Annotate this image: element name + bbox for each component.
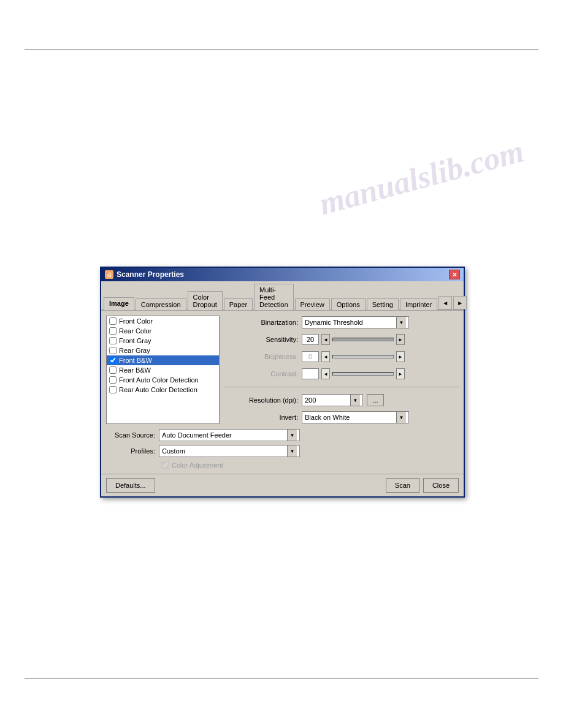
scan-source-value: Auto Document Feeder — [162, 431, 232, 439]
right-panel: Binarization: Dynamic Threshold ▼ Sensit… — [224, 316, 459, 424]
invert-label: Invert: — [224, 414, 298, 421]
brightness-track — [332, 355, 394, 358]
label-front-bw: Front B&W — [119, 357, 152, 364]
tab-imprinter[interactable]: Imprinter — [400, 298, 437, 310]
profiles-arrow[interactable]: ▼ — [287, 446, 297, 457]
resolution-value: 200 — [305, 396, 316, 404]
checkbox-front-auto[interactable] — [109, 376, 117, 384]
brightness-right-btn: ► — [396, 351, 405, 362]
brightness-slider-row: 0 ◄ ► — [302, 351, 405, 362]
checkbox-rear-color[interactable] — [109, 327, 117, 335]
checkbox-rear-gray[interactable] — [109, 347, 117, 354]
sensitivity-value: 20 — [302, 334, 319, 345]
image-type-list: Front Color Rear Color Front Gray Rear G… — [106, 316, 220, 424]
top-rule-line — [25, 49, 538, 50]
resolution-label: Resolution (dpi): — [224, 396, 298, 404]
binarization-arrow[interactable]: ▼ — [396, 317, 406, 328]
contrast-row: Contrast: ◄ ► — [224, 367, 459, 381]
bottom-section: Scan Source: Auto Document Feeder ▼ Prof… — [101, 429, 464, 474]
tab-bar: Image Compression Color Dropout Paper Mu… — [101, 281, 464, 311]
profiles-row: Profiles: Custom ▼ — [106, 445, 459, 457]
scan-source-row: Scan Source: Auto Document Feeder ▼ — [106, 429, 459, 441]
dialog-icon: 🖨 — [105, 270, 113, 279]
tab-paper[interactable]: Paper — [224, 298, 253, 310]
binarization-label: Binarization: — [224, 319, 298, 326]
separator — [224, 387, 459, 387]
dialog-title: Scanner Properties — [117, 270, 184, 279]
dialog-body: Front Color Rear Color Front Gray Rear G… — [101, 311, 464, 429]
resolution-arrow[interactable]: ▼ — [350, 395, 360, 406]
footer-right-buttons: Scan Close — [386, 478, 459, 493]
checkbox-front-gray[interactable] — [109, 337, 117, 344]
brightness-left-btn: ◄ — [321, 351, 330, 362]
brightness-value: 0 — [302, 351, 319, 362]
watermark: manualslib.com — [315, 133, 527, 222]
contrast-value — [302, 368, 319, 379]
brightness-row: Brightness: 0 ◄ ► — [224, 350, 459, 363]
profiles-label: Profiles: — [106, 447, 155, 455]
label-rear-gray: Rear Gray — [119, 347, 150, 354]
close-button[interactable]: Close — [423, 478, 459, 493]
tab-scroll-right[interactable]: ► — [453, 296, 467, 309]
binarization-dropdown[interactable]: Dynamic Threshold ▼ — [302, 316, 409, 328]
contrast-label: Contrast: — [224, 370, 298, 377]
close-window-button[interactable]: ✕ — [449, 270, 460, 279]
sensitivity-label: Sensitivity: — [224, 336, 298, 343]
sensitivity-track[interactable] — [332, 338, 394, 341]
defaults-button[interactable]: Defaults... — [106, 478, 155, 493]
scan-button[interactable]: Scan — [386, 478, 419, 493]
binarization-value: Dynamic Threshold — [305, 319, 363, 326]
label-front-auto: Front Auto Color Detection — [119, 376, 199, 384]
sensitivity-right-btn[interactable]: ► — [396, 334, 405, 345]
label-front-color: Front Color — [119, 317, 153, 325]
list-item-front-gray[interactable]: Front Gray — [107, 336, 219, 346]
sensitivity-row: Sensitivity: 20 ◄ ► — [224, 333, 459, 346]
contrast-track — [332, 372, 394, 376]
tab-compression[interactable]: Compression — [136, 298, 186, 310]
label-rear-auto: Rear Auto Color Detection — [119, 386, 197, 393]
list-item-rear-gray[interactable]: Rear Gray — [107, 346, 219, 355]
bottom-rule-line — [25, 678, 538, 679]
tab-preview[interactable]: Preview — [295, 298, 330, 310]
invert-arrow[interactable]: ▼ — [396, 412, 406, 423]
invert-value: Black on White — [305, 414, 350, 421]
title-bar: 🖨 Scanner Properties ✕ — [101, 268, 464, 281]
contrast-right-btn: ► — [396, 368, 405, 379]
scan-source-label: Scan Source: — [106, 431, 155, 439]
list-item-rear-color[interactable]: Rear Color — [107, 326, 219, 336]
color-adjustment-row: Color Adjustment — [106, 461, 459, 469]
invert-dropdown[interactable]: Black on White ▼ — [302, 411, 409, 423]
color-adj-label: Color Adjustment — [172, 461, 223, 469]
scan-source-arrow[interactable]: ▼ — [287, 430, 297, 441]
tab-color-dropout[interactable]: Color Dropout — [188, 291, 223, 310]
list-item-front-auto[interactable]: Front Auto Color Detection — [107, 375, 219, 385]
list-item-rear-auto[interactable]: Rear Auto Color Detection — [107, 385, 219, 395]
tab-options[interactable]: Options — [331, 298, 366, 310]
scan-source-dropdown[interactable]: Auto Document Feeder ▼ — [159, 429, 300, 441]
list-item-front-color[interactable]: Front Color — [107, 316, 219, 326]
resolution-row: Resolution (dpi): 200 ▼ ... — [224, 393, 459, 407]
resolution-dropdown[interactable]: 200 ▼ — [302, 394, 363, 406]
invert-row: Invert: Black on White ▼ — [224, 411, 459, 424]
label-rear-bw: Rear B&W — [119, 366, 151, 374]
sensitivity-left-btn[interactable]: ◄ — [321, 334, 330, 345]
sensitivity-slider-row: 20 ◄ ► — [302, 334, 405, 345]
profiles-value: Custom — [162, 447, 185, 455]
color-adj-checkbox — [161, 461, 169, 469]
list-item-rear-bw[interactable]: Rear B&W — [107, 365, 219, 375]
checkbox-rear-bw[interactable] — [109, 366, 117, 374]
checkbox-front-bw[interactable] — [109, 357, 117, 364]
tab-scroll-left[interactable]: ◄ — [439, 296, 452, 309]
checkbox-rear-auto[interactable] — [109, 386, 117, 393]
tab-multi-feed[interactable]: Multi-Feed Detection — [254, 284, 293, 310]
profiles-dropdown[interactable]: Custom ▼ — [159, 445, 300, 457]
tab-image[interactable]: Image — [104, 297, 134, 310]
contrast-left-btn: ◄ — [321, 368, 330, 379]
tab-setting[interactable]: Setting — [367, 298, 399, 310]
checkbox-front-color[interactable] — [109, 317, 117, 325]
scanner-properties-dialog: 🖨 Scanner Properties ✕ Image Compression… — [100, 267, 465, 498]
dialog-footer: Defaults... Scan Close — [101, 474, 464, 496]
label-rear-color: Rear Color — [119, 327, 151, 335]
list-item-front-bw[interactable]: Front B&W — [107, 355, 219, 365]
resolution-extra-btn[interactable]: ... — [367, 394, 384, 406]
